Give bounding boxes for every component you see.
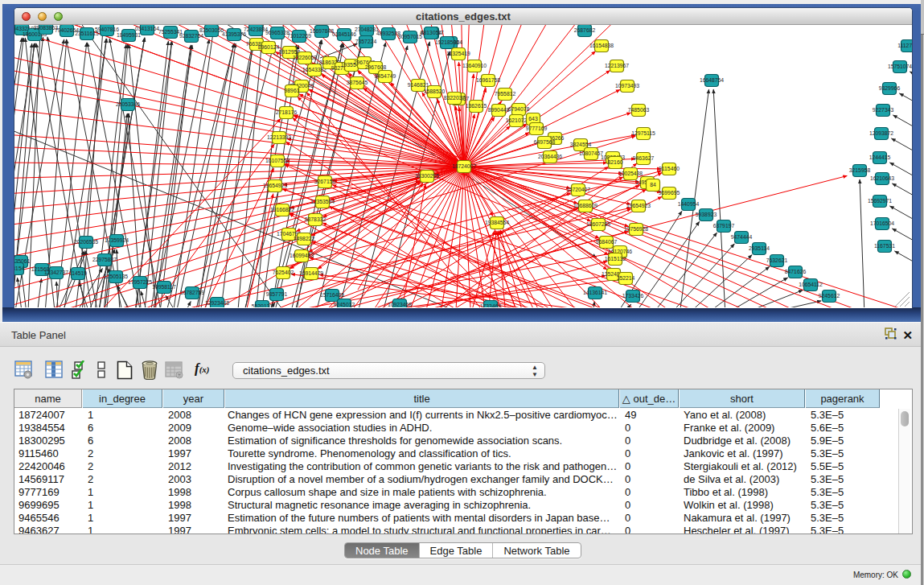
svg-text:352214: 352214 <box>617 275 635 281</box>
svg-text:3215958: 3215958 <box>849 167 871 173</box>
svg-text:2967608: 2967608 <box>365 64 387 70</box>
svg-text:7357224: 7357224 <box>355 39 377 44</box>
svg-text:48932528: 48932528 <box>376 31 400 36</box>
svg-text:19384554: 19384554 <box>485 220 509 225</box>
svg-text:2935114: 2935114 <box>749 245 770 251</box>
svg-text:72423884: 72423884 <box>244 27 268 32</box>
svg-text:12213967: 12213967 <box>605 63 629 68</box>
svg-text:13640910: 13640910 <box>462 63 487 68</box>
svg-text:16961758: 16961758 <box>476 77 500 83</box>
svg-text:3267150: 3267150 <box>314 179 336 184</box>
svg-text:1621072: 1621072 <box>506 117 528 123</box>
svg-text:01845146: 01845146 <box>332 31 356 37</box>
svg-text:8454749: 8454749 <box>375 73 396 79</box>
svg-text:19756928: 19756928 <box>624 226 648 232</box>
svg-text:7632621: 7632621 <box>766 257 788 263</box>
svg-text:1440954: 1440954 <box>678 201 700 207</box>
svg-text:98961: 98961 <box>285 88 300 93</box>
svg-text:19654923: 19654923 <box>263 183 287 188</box>
svg-text:16210643: 16210643 <box>870 175 894 181</box>
svg-text:6497568: 6497568 <box>534 139 556 145</box>
svg-text:7955812: 7955812 <box>495 91 516 97</box>
svg-text:27048281: 27048281 <box>355 27 379 32</box>
svg-text:15751074: 15751074 <box>888 64 912 69</box>
svg-text:7625402: 7625402 <box>273 270 294 275</box>
svg-text:8912954: 8912954 <box>279 49 301 55</box>
svg-text:17016504: 17016504 <box>870 220 894 226</box>
svg-text:20206535: 20206535 <box>74 239 98 245</box>
svg-text:17957225: 17957225 <box>128 279 152 285</box>
svg-text:12093872: 12093872 <box>869 130 893 136</box>
svg-text:9245612: 9245612 <box>819 293 840 299</box>
svg-text:15716485: 15716485 <box>320 292 344 298</box>
svg-text:5938923: 5938923 <box>696 212 717 217</box>
svg-text:1615132: 1615132 <box>605 256 626 262</box>
svg-text:9699695: 9699695 <box>659 190 680 196</box>
svg-text:18300295: 18300295 <box>415 173 439 179</box>
svg-text:12975115: 12975115 <box>631 130 655 136</box>
svg-text:71012269: 71012269 <box>287 33 311 39</box>
svg-text:92832764: 92832764 <box>179 33 203 39</box>
svg-text:9227343: 9227343 <box>873 107 894 113</box>
svg-text:83503056: 83503056 <box>199 27 224 33</box>
svg-text:9777169: 9777169 <box>526 126 548 131</box>
svg-text:10688609: 10688609 <box>573 203 598 208</box>
svg-text:1244415: 1244415 <box>869 154 891 160</box>
svg-text:643: 643 <box>528 116 538 122</box>
svg-text:41395376: 41395376 <box>222 31 246 37</box>
svg-text:14136141: 14136141 <box>583 290 607 295</box>
svg-text:9146821: 9146821 <box>408 82 429 88</box>
svg-text:59407816: 59407816 <box>95 27 119 32</box>
svg-text:12923448: 12923448 <box>205 300 229 306</box>
svg-text:8322037: 8322037 <box>444 95 466 101</box>
svg-text:8960124: 8960124 <box>258 44 280 50</box>
svg-text:18495931: 18495931 <box>117 32 141 38</box>
svg-text:96965328: 96965328 <box>265 30 290 35</box>
svg-text:15720407: 15720407 <box>566 187 590 192</box>
svg-text:1733426: 1733426 <box>622 293 644 299</box>
svg-text:12213393: 12213393 <box>267 134 291 140</box>
svg-text:16107552: 16107552 <box>265 158 290 163</box>
svg-text:10654112: 10654112 <box>799 282 823 287</box>
svg-text:9245012: 9245012 <box>334 302 355 307</box>
svg-text:16099483: 16099483 <box>290 253 314 258</box>
svg-text:9857791: 9857791 <box>266 291 288 297</box>
svg-text:16697848: 16697848 <box>310 28 334 34</box>
svg-text:1733468: 1733468 <box>480 303 502 309</box>
svg-text:82160: 82160 <box>608 159 623 165</box>
svg-text:12353594: 12353594 <box>310 199 335 204</box>
svg-text:9684067: 9684067 <box>596 239 618 245</box>
svg-text:8990448: 8990448 <box>488 107 510 113</box>
svg-text:9474444: 9474444 <box>731 234 753 240</box>
svg-text:10025438: 10025438 <box>618 171 643 176</box>
svg-text:18724007: 18724007 <box>452 163 476 169</box>
svg-text:13226058: 13226058 <box>293 55 317 60</box>
svg-text:19166822: 19166822 <box>270 207 294 212</box>
svg-text:1167531: 1167531 <box>874 243 895 249</box>
svg-text:3875645: 3875645 <box>347 80 368 85</box>
svg-text:1588520: 1588520 <box>424 89 446 94</box>
svg-text:10973493: 10973493 <box>615 83 639 89</box>
svg-text:9463627: 9463627 <box>633 155 655 161</box>
svg-text:93154: 93154 <box>10 266 25 271</box>
svg-text:16914479: 16914479 <box>299 270 323 276</box>
svg-text:17359924: 17359924 <box>105 237 129 243</box>
svg-text:8813054: 8813054 <box>421 30 442 35</box>
svg-text:18607289: 18607289 <box>586 221 610 227</box>
svg-text:10923468: 10923468 <box>388 302 412 307</box>
svg-text:28053346: 28053346 <box>116 101 140 107</box>
svg-text:2687682: 2687682 <box>574 27 596 33</box>
svg-text:1112753: 1112753 <box>897 43 918 48</box>
svg-text:03413164: 03413164 <box>135 26 159 31</box>
svg-text:16154838: 16154838 <box>589 43 614 48</box>
svg-text:1362615: 1362615 <box>466 103 487 109</box>
svg-text:11325419: 11325419 <box>446 51 470 56</box>
svg-text:1498222: 1498222 <box>294 236 315 241</box>
svg-text:10958117: 10958117 <box>152 284 176 290</box>
svg-text:9115460: 9115460 <box>659 166 680 171</box>
svg-text:15692971: 15692971 <box>868 198 892 204</box>
svg-text:6794078: 6794078 <box>508 106 530 112</box>
svg-text:12505135: 12505135 <box>104 274 128 279</box>
svg-text:2718176: 2718176 <box>276 109 298 115</box>
svg-text:20364436: 20364436 <box>538 154 562 159</box>
